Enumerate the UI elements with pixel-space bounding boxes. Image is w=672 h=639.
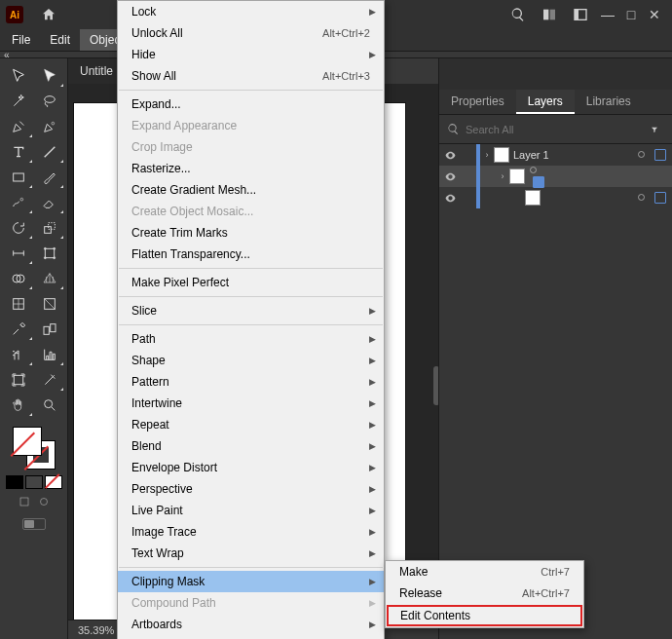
rectangle-tool[interactable] <box>4 166 33 189</box>
menu-item[interactable]: Path▶ <box>118 328 384 350</box>
selection-indicator[interactable] <box>654 149 666 161</box>
workspace-switcher-icon[interactable] <box>568 2 593 27</box>
draw-mode-buttons[interactable] <box>16 495 53 508</box>
zoom-tool[interactable] <box>35 394 64 417</box>
free-transform-tool[interactable] <box>35 242 64 265</box>
menu-item[interactable]: Hide▶ <box>118 44 384 65</box>
expand-toggle-icon[interactable]: › <box>496 171 509 181</box>
selection-indicator[interactable] <box>654 192 666 204</box>
paintbrush-tool[interactable] <box>35 166 64 189</box>
target-icon[interactable] <box>637 192 651 204</box>
scale-tool[interactable] <box>35 216 64 240</box>
svg-rect-23 <box>20 498 28 506</box>
menu-item: Expand Appearance <box>118 115 384 136</box>
menu-item[interactable]: Perspective▶ <box>118 478 384 500</box>
menu-item[interactable]: Expand... <box>118 94 384 115</box>
selection-tool[interactable] <box>4 64 33 88</box>
eyedropper-tool[interactable] <box>4 318 33 341</box>
tab-libraries[interactable]: Libraries <box>575 90 643 114</box>
curvature-tool[interactable] <box>35 115 64 138</box>
menu-item[interactable]: Unlock AllAlt+Ctrl+2 <box>118 22 384 44</box>
menu-separator <box>119 296 383 297</box>
column-graph-tool[interactable] <box>35 343 64 366</box>
menu-item[interactable]: Make Pixel Perfect <box>118 272 384 293</box>
menu-file[interactable]: File <box>2 29 40 51</box>
artboard-tool[interactable] <box>4 368 33 392</box>
menu-item[interactable]: Image Trace▶ <box>118 521 384 543</box>
menu-item[interactable]: Artboards▶ <box>118 614 384 635</box>
svg-rect-21 <box>14 375 22 384</box>
blend-tool[interactable] <box>35 318 64 341</box>
gradient-tool[interactable] <box>35 292 64 316</box>
layer-row[interactable] <box>439 187 672 208</box>
menu-item[interactable]: Pattern▶ <box>118 371 384 393</box>
expand-toggle-icon[interactable]: › <box>480 150 494 160</box>
perspective-grid-tool[interactable] <box>35 267 64 290</box>
svg-point-7 <box>20 198 23 201</box>
menu-item[interactable]: Slice▶ <box>118 300 384 321</box>
menu-item[interactable]: Blend▶ <box>118 435 384 457</box>
menu-item[interactable]: Graph▶ <box>118 635 384 639</box>
menu-item[interactable]: Flatten Transparency... <box>118 244 384 265</box>
visibility-toggle-icon[interactable] <box>439 170 461 183</box>
menu-item[interactable]: Text Wrap▶ <box>118 543 384 564</box>
tab-properties[interactable]: Properties <box>439 90 516 114</box>
shape-builder-tool[interactable] <box>4 267 33 290</box>
vertical-scrollbar[interactable] <box>433 366 438 405</box>
color-mode-buttons[interactable] <box>6 475 62 489</box>
edit-toolbar-button[interactable] <box>22 518 46 530</box>
menu-item[interactable]: Clipping Mask▶ <box>118 571 384 592</box>
menu-edit[interactable]: Edit <box>40 29 80 51</box>
submenu-item[interactable]: Edit Contents <box>387 605 582 626</box>
home-icon[interactable] <box>36 2 61 27</box>
menu-item[interactable]: Lock▶ <box>118 1 384 22</box>
slice-tool[interactable] <box>35 368 64 392</box>
svg-point-22 <box>44 400 52 408</box>
rotate-tool[interactable] <box>4 216 33 240</box>
mesh-tool[interactable] <box>4 292 33 316</box>
target-icon[interactable] <box>637 149 651 161</box>
layer-thumbnail <box>494 147 509 163</box>
submenu-item[interactable]: ReleaseAlt+Ctrl+7 <box>386 583 583 604</box>
layer-thumbnail <box>525 190 541 206</box>
lasso-tool[interactable] <box>35 90 64 113</box>
menu-item[interactable]: Rasterize... <box>118 158 384 179</box>
line-tool[interactable] <box>35 140 64 164</box>
direct-selection-tool[interactable] <box>35 64 64 88</box>
selection-indicator[interactable] <box>533 176 544 188</box>
fill-stroke-swatches[interactable] <box>13 427 56 470</box>
menu-item[interactable]: Intertwine▶ <box>118 393 384 414</box>
window-maximize-button[interactable]: □ <box>623 7 639 22</box>
layer-row[interactable]: › <box>439 166 672 187</box>
pen-tool[interactable] <box>4 115 33 138</box>
svg-rect-6 <box>13 173 23 181</box>
layers-search-input[interactable] <box>466 124 651 135</box>
menu-item[interactable]: Shape▶ <box>118 350 384 371</box>
target-icon[interactable] <box>529 165 542 176</box>
window-minimize-button[interactable]: — <box>600 7 616 22</box>
layer-row[interactable]: ›Layer 1 <box>439 144 672 166</box>
symbol-sprayer-tool[interactable] <box>4 343 33 366</box>
search-icon[interactable] <box>505 2 531 27</box>
svg-rect-0 <box>543 10 548 20</box>
menu-item[interactable]: Live Paint▶ <box>118 500 384 521</box>
type-tool[interactable] <box>4 140 33 164</box>
layer-name: Layer 1 <box>513 149 637 161</box>
visibility-toggle-icon[interactable] <box>439 192 461 205</box>
menu-item[interactable]: Repeat▶ <box>118 414 384 435</box>
shaper-tool[interactable] <box>4 191 33 214</box>
menu-item[interactable]: Create Gradient Mesh... <box>118 179 384 201</box>
filter-icon[interactable] <box>651 124 664 135</box>
menu-item[interactable]: Envelope Distort▶ <box>118 457 384 478</box>
hand-tool[interactable] <box>4 394 33 417</box>
window-close-button[interactable]: ✕ <box>647 7 662 22</box>
menu-item[interactable]: Create Trim Marks <box>118 222 384 244</box>
magic-wand-tool[interactable] <box>4 90 33 113</box>
arrange-documents-icon[interactable] <box>537 2 562 27</box>
submenu-item[interactable]: MakeCtrl+7 <box>386 561 583 583</box>
visibility-toggle-icon[interactable] <box>439 149 461 162</box>
width-tool[interactable] <box>4 242 33 265</box>
menu-item[interactable]: Show AllAlt+Ctrl+3 <box>118 65 384 87</box>
tab-layers[interactable]: Layers <box>516 90 575 114</box>
eraser-tool[interactable] <box>35 191 64 214</box>
